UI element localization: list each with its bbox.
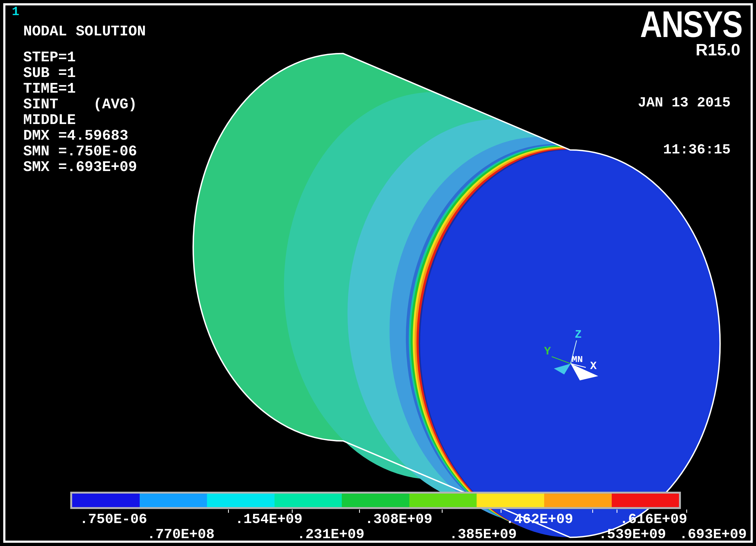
info-line: STEP=1 bbox=[23, 50, 137, 65]
min-marker-label: MN bbox=[572, 354, 583, 365]
info-line: SMX =.693E+09 bbox=[23, 159, 137, 175]
info-line: TIME=1 bbox=[23, 81, 137, 97]
time-label: 11:36:15 bbox=[638, 142, 731, 158]
ansys-graphics-window: Z Y X MN 1 NODAL SOLUTION STEP=1SUB =1TI… bbox=[0, 0, 756, 546]
info-line: DMX =4.59683 bbox=[23, 128, 137, 144]
x-axis-label: X bbox=[590, 360, 597, 372]
date-label: JAN 13 2015 bbox=[638, 95, 731, 111]
ansys-version: R15.0 bbox=[696, 40, 740, 59]
info-line: MIDDLE bbox=[23, 112, 137, 128]
result-title: NODAL SOLUTION bbox=[23, 23, 146, 40]
cylinder-front-face bbox=[420, 150, 720, 537]
datetime-block: JAN 13 2015 11:36:15 bbox=[638, 64, 731, 189]
plot-number: 1 bbox=[12, 5, 19, 19]
info-line: SMN =.750E-06 bbox=[23, 144, 137, 159]
ansys-logo: ANSYS bbox=[640, 3, 742, 46]
info-block: STEP=1SUB =1TIME=1SINT (AVG)MIDDLEDMX =4… bbox=[23, 50, 137, 175]
y-axis-label: Y bbox=[544, 345, 551, 358]
info-line: SINT (AVG) bbox=[23, 97, 137, 112]
z-axis-label: Z bbox=[575, 328, 581, 341]
info-line: SUB =1 bbox=[23, 65, 137, 81]
